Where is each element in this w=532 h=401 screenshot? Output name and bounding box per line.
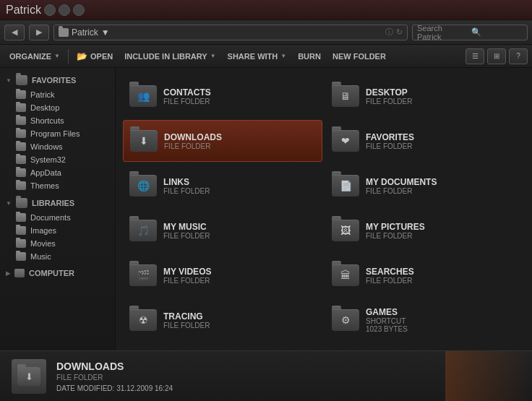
file-item-mypictures[interactable]: 🖼 My Pictures File folder <box>325 210 525 251</box>
file-item-mymusic[interactable]: 🎵 My Music File folder <box>123 210 322 251</box>
mymusic-folder: 🎵 <box>129 220 157 241</box>
sidebar-item-documents[interactable]: Documents <box>0 211 115 224</box>
libraries-label: Libraries <box>32 199 74 207</box>
sidebar: ▼ Favorites Patrick Desktop Shortcuts Pr… <box>0 68 116 350</box>
open-button[interactable]: 📂 Open <box>72 48 118 65</box>
downloads-icon-wrap: ⬇ <box>129 126 158 155</box>
themes-folder-icon <box>16 181 26 190</box>
forward-button[interactable]: ▶ <box>29 25 49 40</box>
file-item-contacts[interactable]: 👥 Contacts File folder <box>123 75 322 117</box>
view-toggle-button[interactable]: ☰ <box>466 48 484 64</box>
favorites-folder: ❤ <box>332 130 359 152</box>
tracing-info: Tracing File folder <box>163 311 317 329</box>
favorites-triangle: ▼ <box>6 77 12 84</box>
games-type: Shortcut <box>366 317 519 325</box>
mymusic-inner-icon: 🎵 <box>137 225 150 236</box>
new-folder-button[interactable]: New folder <box>327 48 391 65</box>
address-info-icon: ⓘ <box>385 27 393 38</box>
mypictures-icon-wrap: 🖼 <box>331 216 360 245</box>
sidebar-item-movies[interactable]: Movies <box>0 237 115 250</box>
links-info: Links File folder <box>163 177 317 195</box>
sidebar-item-desktop[interactable]: Desktop <box>0 101 115 114</box>
status-icon-wrap: ⬇ <box>12 359 46 394</box>
organize-arrow: ▼ <box>54 53 60 59</box>
folder-icon <box>59 28 69 37</box>
sidebar-item-patrick[interactable]: Patrick <box>0 88 115 101</box>
mymusic-info: My Music File folder <box>163 222 317 240</box>
favorites-type: File folder <box>366 142 519 150</box>
help-button[interactable]: ? <box>509 48 528 64</box>
favorites-header[interactable]: ▼ Favorites <box>0 72 115 88</box>
searches-icon-wrap: 🏛 <box>331 261 360 290</box>
mydocuments-info: My Documents File folder <box>366 177 519 195</box>
view-large-icon-button[interactable]: ⊞ <box>487 48 506 64</box>
mymusic-name: My Music <box>163 222 317 232</box>
sidebar-item-windows[interactable]: Windows <box>0 140 115 153</box>
patrick-folder-icon <box>16 90 26 99</box>
file-item-myvideos[interactable]: 🎬 My Videos File folder <box>123 254 322 296</box>
sidebar-item-themes[interactable]: Themes <box>0 179 115 192</box>
sidebar-item-appdata[interactable]: AppData <box>0 166 115 179</box>
include-label: Include in library <box>124 52 207 61</box>
maximize-button[interactable] <box>59 4 70 16</box>
links-name: Links <box>163 177 317 187</box>
mydocuments-inner-icon: 📄 <box>340 180 352 191</box>
close-button[interactable] <box>73 4 85 16</box>
toolbar-separator-1 <box>68 49 69 64</box>
file-item-mydocuments[interactable]: 📄 My Documents File folder <box>325 165 525 207</box>
programfiles-label: Program Files <box>30 129 80 138</box>
address-arrow: ▼ <box>101 27 110 38</box>
movies-folder-icon <box>16 239 26 248</box>
sidebar-item-images[interactable]: Images <box>0 224 115 237</box>
status-date: Date modified: 31.12.2009 16:24 <box>56 384 520 392</box>
libraries-triangle: ▼ <box>6 200 12 207</box>
contacts-folder: 👥 <box>129 85 157 107</box>
search-box[interactable]: Search Patrick 🔍 <box>412 25 528 40</box>
documents-folder-icon <box>16 213 26 222</box>
games-inner-icon: ⚙ <box>341 314 351 326</box>
status-bar: ⬇ Downloads File folder Date modified: 3… <box>0 350 532 401</box>
file-item-favorites[interactable]: ❤ Favorites File folder <box>325 120 525 162</box>
main-area: ▼ Favorites Patrick Desktop Shortcuts Pr… <box>0 68 532 350</box>
file-item-links[interactable]: 🌐 Links File folder <box>123 165 322 207</box>
myvideos-name: My Videos <box>163 267 317 277</box>
searches-inner-icon: 🏛 <box>340 270 351 281</box>
open-label: Open <box>90 52 113 61</box>
system32-label: System32 <box>30 155 66 164</box>
tracing-folder: ☢ <box>129 309 157 331</box>
file-item-downloads[interactable]: ⬇ Downloads File folder <box>123 120 322 162</box>
minimize-button[interactable] <box>44 4 56 16</box>
back-button[interactable]: ◀ <box>4 25 25 40</box>
favorites-icon-wrap: ❤ <box>331 126 360 155</box>
search-icon: 🔍 <box>471 27 523 37</box>
file-item-searches[interactable]: 🏛 Searches File folder <box>325 254 525 296</box>
images-label: Images <box>30 226 56 235</box>
mymusic-icon-wrap: 🎵 <box>129 216 158 245</box>
programfiles-folder-icon <box>16 129 26 138</box>
file-item-tracing[interactable]: ☢ Tracing File folder <box>123 299 322 341</box>
games-icon-wrap: ⚙ <box>331 306 360 335</box>
burn-button[interactable]: Burn <box>293 48 326 65</box>
libraries-header[interactable]: ▼ Libraries <box>0 195 115 211</box>
file-item-desktop[interactable]: 🖥 Desktop File folder <box>325 75 525 117</box>
sidebar-item-shortcuts[interactable]: Shortcuts <box>0 114 115 127</box>
mypictures-type: File folder <box>366 232 519 240</box>
sidebar-item-system32[interactable]: System32 <box>0 153 115 166</box>
sidebar-item-music[interactable]: Music <box>0 250 115 263</box>
organize-button[interactable]: Organize ▼ <box>4 48 65 65</box>
downloads-info: Downloads File folder <box>164 132 316 150</box>
games-folder: ⚙ <box>332 309 359 331</box>
searches-name: Searches <box>366 267 519 277</box>
contacts-inner-icon: 👥 <box>137 90 150 102</box>
downloads-type: File folder <box>164 142 316 150</box>
file-item-games[interactable]: ⚙ Games Shortcut 1023 bytes <box>325 299 525 341</box>
sidebar-item-program-files[interactable]: Program Files <box>0 127 115 140</box>
share-with-button[interactable]: Share with ▼ <box>223 48 292 65</box>
include-in-library-button[interactable]: Include in library ▼ <box>119 48 220 65</box>
computer-header[interactable]: ▶ Computer <box>0 266 115 280</box>
address-input[interactable]: Patrick ▼ ⓘ ↻ <box>53 25 408 40</box>
themes-label: Themes <box>30 181 59 190</box>
searches-info: Searches File folder <box>366 267 519 285</box>
system32-folder-icon <box>16 155 26 164</box>
file-grid: 👥 Contacts File folder 🖥 Desktop File fo… <box>116 68 532 350</box>
